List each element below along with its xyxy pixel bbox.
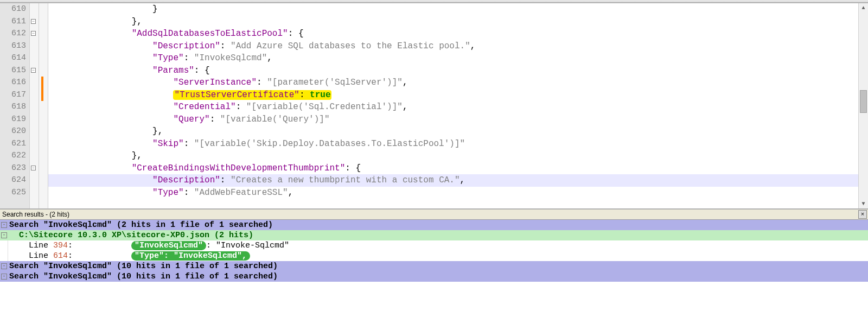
code-line[interactable]: "CreateBindingsWithDevelopmentThumbprint… — [48, 162, 858, 175]
code-line[interactable]: "TrustServerCertificate": true — [48, 89, 858, 102]
search-results-title: Search results - (2 hits) — [2, 211, 69, 218]
fold-toggle-icon[interactable] — [31, 68, 36, 73]
line-number: 611 — [0, 16, 26, 28]
search-result-row[interactable]: - C:\Sitecore 10.3.0 XP\sitecore-XP0.jso… — [0, 230, 868, 240]
line-number: 615 — [0, 65, 26, 77]
change-gutter — [39, 3, 48, 208]
search-result-row[interactable]: -Search "InvokeSqlcmd" (10 hits in 1 fil… — [0, 271, 868, 282]
line-number: 617 — [0, 89, 26, 102]
code-line[interactable]: "Credential": "[variable('Sql.Credential… — [48, 101, 858, 113]
line-number: 621 — [0, 138, 26, 150]
code-line[interactable]: "Description": "Add Azure SQL databases … — [48, 40, 858, 53]
search-result-row[interactable]: -Search "InvokeSqlcmd" (10 hits in 1 fil… — [0, 261, 868, 271]
code-line[interactable]: }, — [48, 150, 858, 162]
line-number: 612 — [0, 28, 26, 40]
search-result-row[interactable]: -Search "InvokeSqlcmd" (2 hits in 1 file… — [0, 220, 868, 230]
fold-toggle-icon[interactable] — [31, 31, 36, 36]
fold-gutter[interactable] — [29, 3, 39, 208]
line-number: 623 — [0, 162, 26, 175]
code-line[interactable]: "ServerInstance": "[parameter('SqlServer… — [48, 77, 858, 89]
change-marker — [41, 77, 43, 89]
line-number: 616 — [0, 77, 26, 89]
scroll-up-arrow[interactable]: ▲ — [859, 3, 868, 12]
code-line[interactable]: } — [48, 3, 858, 16]
search-result-row[interactable]: Line 394: "InvokeSqlcmd": "Invoke-Sqlcmd… — [0, 240, 868, 251]
fold-toggle-icon[interactable] — [31, 166, 36, 170]
fold-toggle-icon[interactable]: - — [1, 263, 7, 269]
fold-toggle-icon[interactable]: - — [1, 222, 7, 228]
line-number: 614 — [0, 52, 26, 65]
line-number: 610 — [0, 3, 26, 16]
code-area[interactable]: } }, "AddSqlDatabasesToElasticPool": { "… — [48, 3, 858, 208]
line-number: 619 — [0, 113, 26, 126]
change-marker — [41, 89, 43, 102]
search-results-pane[interactable]: -Search "InvokeSqlcmd" (2 hits in 1 file… — [0, 220, 868, 336]
code-line[interactable]: "Type": "AddWebFeatureSSL", — [48, 187, 858, 199]
close-icon[interactable]: × — [858, 210, 867, 219]
code-line[interactable]: }, — [48, 16, 858, 28]
scroll-down-arrow[interactable]: ▼ — [859, 199, 868, 208]
code-line[interactable]: "AddSqlDatabasesToElasticPool": { — [48, 28, 858, 40]
search-result-row[interactable]: Line 614: "Type": "InvokeSqlcmd", — [0, 251, 868, 261]
code-line[interactable]: "Type": "InvokeSqlcmd", — [48, 52, 858, 65]
vertical-scrollbar[interactable]: ▲ ▼ — [858, 3, 868, 208]
line-number-gutter: 6106116126136146156166176186196206216226… — [0, 3, 29, 208]
search-match-highlight: "Type": "InvokeSqlcmd", — [131, 251, 250, 261]
fold-toggle-icon[interactable]: - — [1, 274, 7, 280]
code-line[interactable]: "Description": "Creates a new thumbprint… — [48, 174, 858, 187]
code-line[interactable]: "Params": { — [48, 65, 858, 77]
line-number: 622 — [0, 150, 26, 162]
line-number: 618 — [0, 101, 26, 113]
code-line[interactable]: "Skip": "[variable('Skip.Deploy.Database… — [48, 138, 858, 150]
line-number: 624 — [0, 174, 26, 187]
code-editor[interactable]: 6106116126136146156166176186196206216226… — [0, 2, 868, 210]
scroll-thumb[interactable] — [860, 90, 867, 113]
code-line[interactable]: }, — [48, 125, 858, 138]
line-number: 625 — [0, 187, 26, 199]
line-number: 620 — [0, 125, 26, 138]
search-match-highlight: "InvokeSqlcmd" — [131, 241, 206, 250]
fold-toggle-icon[interactable]: - — [1, 232, 7, 238]
code-line[interactable]: "Query": "[variable('Query')]" — [48, 113, 858, 126]
highlighted-text: "TrustServerCertificate": true — [173, 90, 331, 100]
fold-toggle-icon[interactable] — [31, 19, 36, 24]
search-results-title-bar: Search results - (2 hits) × — [0, 210, 868, 220]
line-number: 613 — [0, 40, 26, 53]
